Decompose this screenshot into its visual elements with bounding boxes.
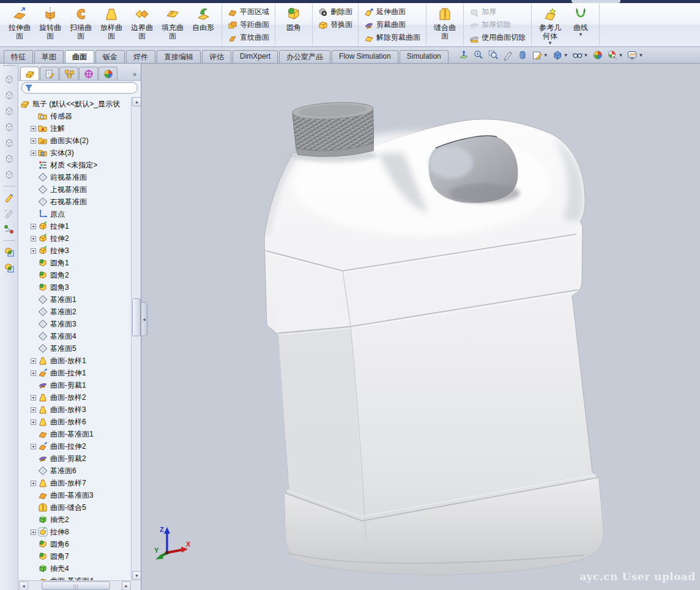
tree-item[interactable]: 传感器: [18, 110, 141, 122]
tree-expand-toggle[interactable]: +: [31, 407, 36, 413]
thicken-button[interactable]: 加厚: [467, 6, 499, 18]
dropdown-caret-icon[interactable]: ▼: [638, 53, 643, 58]
featuremanager-tree-tab[interactable]: [20, 67, 39, 80]
tree-item[interactable]: +曲面-放样3: [18, 404, 141, 416]
tree-item[interactable]: 基准面1: [18, 293, 141, 306]
scroll-up-arrow[interactable]: ▲: [132, 97, 141, 106]
tree-expand-toggle[interactable]: +: [31, 224, 36, 229]
scrollbar-thumb[interactable]: |||: [42, 581, 110, 590]
dimxpertmanager-tab[interactable]: [79, 67, 98, 80]
knit-surface-button[interactable]: 缝合曲面: [430, 4, 460, 40]
tree-item[interactable]: 基准面6: [18, 465, 141, 477]
tree-expand-toggle[interactable]: +: [31, 126, 36, 131]
tab-DimXpert[interactable]: DimXpert: [233, 50, 278, 63]
apply-scene-button[interactable]: ▼: [606, 49, 625, 61]
tree-item[interactable]: +曲面-拉伸1: [18, 367, 141, 379]
body-compare-2-button[interactable]: [2, 261, 17, 275]
tree-item[interactable]: 圆角6: [18, 538, 141, 550]
replace-face-button[interactable]: 替换面: [316, 18, 355, 31]
tab-特征[interactable]: 特征: [4, 50, 33, 63]
swept-surface-button[interactable]: 扫描曲面: [65, 4, 96, 40]
tree-item[interactable]: 曲面-剪裁1: [18, 379, 141, 391]
view-right-button[interactable]: [2, 120, 17, 134]
tree-item[interactable]: +实体(3): [18, 147, 141, 159]
tree-expand-toggle[interactable]: +: [31, 358, 36, 364]
tree-horizontal-scrollbar[interactable]: ◄ ||| ►: [18, 580, 132, 590]
tree-item[interactable]: 曲面-基准面1: [18, 428, 141, 440]
tree-item[interactable]: 圆角3: [18, 281, 141, 293]
tree-item[interactable]: +A注解: [18, 122, 141, 135]
tree-item[interactable]: 圆角1: [18, 257, 141, 269]
tab-评估[interactable]: 评估: [202, 50, 231, 63]
tab-焊件[interactable]: 焊件: [126, 50, 155, 63]
panel-splitter-handle[interactable]: ◄: [141, 302, 147, 336]
tree-item[interactable]: +曲面-拉伸2: [18, 440, 141, 452]
tab-办公室产品[interactable]: 办公室产品: [279, 50, 330, 63]
toolbar-grip[interactable]: [4, 65, 15, 69]
dropdown-caret-icon[interactable]: ▼: [543, 53, 548, 58]
tree-expand-toggle[interactable]: +: [31, 248, 36, 254]
graphics-viewport[interactable]: Z X Y ayc.cn User upload: [141, 64, 700, 590]
zoom-area-button[interactable]: [486, 49, 500, 61]
tree-expand-toggle[interactable]: +: [31, 529, 36, 535]
edit-appearance-button[interactable]: [591, 49, 605, 61]
tree-item[interactable]: 右视基准面: [18, 196, 141, 208]
planar-surface-button[interactable]: 平面区域: [225, 6, 272, 18]
hide-show-items-button[interactable]: ▼: [571, 49, 590, 61]
tree-item[interactable]: +曲面实体(2): [18, 135, 141, 147]
tree-item[interactable]: 抽壳2: [18, 514, 141, 526]
tree-item[interactable]: 曲面-基准面3: [18, 489, 141, 501]
tree-item[interactable]: +曲面-放样1: [18, 355, 141, 367]
revolved-surface-button[interactable]: 旋转曲面: [35, 4, 65, 40]
lofted-surface-button[interactable]: 放样曲面: [96, 4, 127, 40]
route-points-button[interactable]: [2, 223, 17, 236]
dropdown-caret-icon[interactable]: ▼: [564, 53, 568, 58]
tree-item[interactable]: 材质 <未指定>: [18, 159, 141, 171]
tree-expand-toggle[interactable]: +: [31, 419, 36, 425]
panel-overflow-chevron[interactable]: »: [133, 70, 141, 80]
tree-item[interactable]: +拉伸3: [18, 245, 141, 257]
tree-item[interactable]: +曲面-放样2: [18, 391, 141, 404]
tree-filter-input[interactable]: [21, 82, 138, 94]
view-top-button[interactable]: [2, 136, 17, 150]
tree-expand-toggle[interactable]: +: [31, 150, 36, 156]
tree-item[interactable]: 曲面-剪裁2: [18, 452, 141, 465]
view-settings-button[interactable]: ▼: [625, 49, 644, 61]
fillet-button[interactable]: 圆角: [278, 4, 309, 32]
body-compare-button[interactable]: [2, 245, 17, 259]
tree-item[interactable]: +拉伸2: [18, 232, 141, 245]
tab-Flow Simulation[interactable]: Flow Simulation: [332, 50, 398, 63]
display-style-button[interactable]: ▼: [551, 49, 570, 61]
tree-vertical-scrollbar[interactable]: ▲ ▼: [131, 97, 141, 581]
tree-item[interactable]: +曲面-放样7: [18, 477, 141, 489]
tree-item[interactable]: 基准面2: [18, 306, 141, 318]
tab-草图[interactable]: 草图: [34, 50, 64, 63]
tree-item[interactable]: 基准面4: [18, 330, 141, 342]
tree-expand-toggle[interactable]: +: [31, 481, 36, 486]
normal-to-button[interactable]: [457, 49, 471, 61]
tree-item[interactable]: 基准面3: [18, 318, 141, 330]
tree-item[interactable]: 原点: [18, 208, 141, 220]
curves-button[interactable]: 曲线▼: [565, 4, 596, 37]
tab-钣金[interactable]: 钣金: [95, 50, 125, 63]
tree-item[interactable]: 抽壳4: [18, 562, 141, 575]
view-bottom-button[interactable]: [2, 152, 17, 166]
view-orientation-button[interactable]: ▼: [531, 49, 549, 61]
tree-expand-toggle[interactable]: +: [31, 395, 36, 400]
scroll-right-arrow[interactable]: ►: [122, 581, 131, 590]
scroll-left-arrow[interactable]: ◄: [19, 581, 28, 590]
sketch-3d-button[interactable]: [2, 207, 17, 220]
tree-item[interactable]: 基准面5: [18, 342, 141, 355]
tree-expand-toggle[interactable]: +: [31, 236, 36, 242]
tree-expand-toggle[interactable]: +: [31, 444, 36, 449]
zoom-fit-button[interactable]: [472, 49, 485, 61]
dropdown-caret-icon[interactable]: ▼: [584, 53, 589, 58]
propertymanager-tab[interactable]: [40, 67, 59, 80]
view-isometric-button[interactable]: [2, 168, 17, 182]
configurationmanager-tab[interactable]: [59, 67, 78, 80]
tree-item[interactable]: +拉伸1: [18, 220, 141, 232]
offset-surface-button[interactable]: 等距曲面: [225, 18, 272, 31]
delete-face-button[interactable]: 删除面: [316, 6, 355, 18]
cut-with-surface-button[interactable]: 使用曲面切除: [467, 31, 528, 44]
displaymanager-tab[interactable]: [99, 67, 117, 80]
